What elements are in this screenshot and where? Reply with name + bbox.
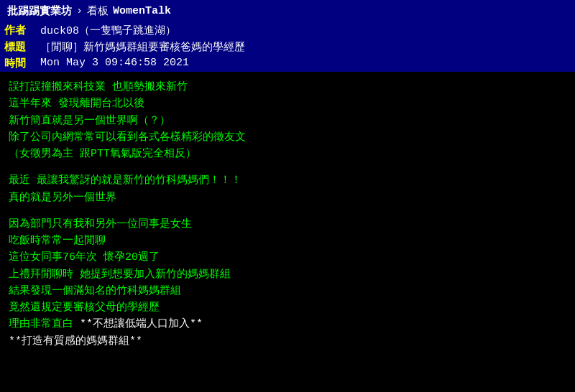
nav-separator: ›: [76, 5, 83, 17]
paragraph-1-text: 誤打誤撞搬來科技業 也順勢搬來新竹 這半年來 發現離開台北以後 新竹簡直就是另一…: [9, 81, 246, 160]
title-value: ［閒聊］新竹媽媽群組要審核爸媽的學經歷: [36, 39, 575, 55]
bold-text-2: **打造有質感的媽媽群組**: [9, 335, 142, 347]
content-paragraph-3: 因為部門只有我和另外一位同事是女生 吃飯時常常一起閒聊 這位女同事76年次 懷孕…: [9, 216, 566, 350]
paragraph-3-text: 因為部門只有我和另外一位同事是女生 吃飯時常常一起閒聊 這位女同事76年次 懷孕…: [9, 218, 231, 347]
board-prefix: 看板: [87, 4, 109, 18]
time-value: Mon May 3 09:46:58 2021: [36, 55, 575, 72]
time-label: 時間: [0, 55, 36, 72]
post-header: 作者 duck08（一隻鴨子跳進湖） 標題 ［閒聊］新竹媽媽群組要審核爸媽的學經…: [0, 22, 575, 72]
post-content: 誤打誤撞搬來科技業 也順勢搬來新竹 這半年來 發現離開台北以後 新竹簡直就是另一…: [0, 72, 575, 367]
board-name[interactable]: WomenTalk: [113, 5, 171, 17]
site-name[interactable]: 批踢踢實業坊: [7, 4, 72, 18]
content-paragraph-1: 誤打誤撞搬來科技業 也順勢搬來新竹 這半年來 發現離開台北以後 新竹簡直就是另一…: [9, 79, 566, 162]
paragraph-2-text: 最近 最讓我驚訝的就是新竹的竹科媽媽們！！！ 真的就是另外一個世界: [9, 174, 242, 203]
bold-text-1: **不想讓低端人口加入**: [80, 318, 203, 330]
title-row: 標題 ［閒聊］新竹媽媽群組要審核爸媽的學經歷: [0, 39, 575, 55]
time-row: 時間 Mon May 3 09:46:58 2021: [0, 55, 575, 72]
author-row: 作者 duck08（一隻鴨子跳進湖）: [0, 22, 575, 39]
author-value: duck08（一隻鴨子跳進湖）: [36, 22, 575, 39]
content-paragraph-2: 最近 最讓我驚訝的就是新竹的竹科媽媽們！！！ 真的就是另外一個世界: [9, 172, 566, 206]
top-nav: 批踢踢實業坊 › 看板 WomenTalk: [0, 0, 575, 22]
title-label: 標題: [0, 39, 36, 55]
author-label: 作者: [0, 22, 36, 39]
